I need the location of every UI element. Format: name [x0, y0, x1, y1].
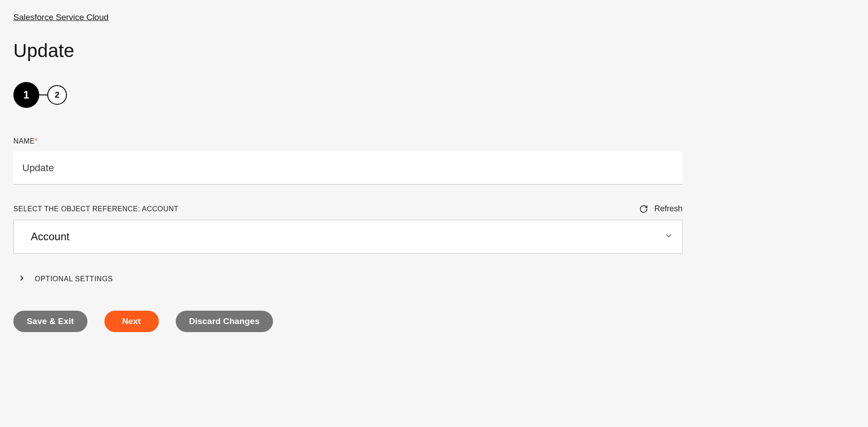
chevron-right-icon [18, 274, 26, 284]
step-connector [39, 94, 47, 95]
next-button[interactable]: Next [104, 311, 159, 332]
refresh-label: Refresh [654, 204, 682, 214]
page-title: Update [13, 40, 682, 62]
name-input[interactable] [13, 152, 682, 185]
field-name-label-row: NAME* [13, 137, 682, 145]
field-name-label: NAME* [13, 137, 37, 145]
discard-changes-button[interactable]: Discard Changes [176, 311, 273, 332]
refresh-icon [639, 205, 648, 214]
field-object-ref: SELECT THE OBJECT REFERENCE: ACCOUNT Ref… [13, 204, 682, 254]
object-ref-select-wrap: Account [13, 220, 682, 254]
save-exit-button[interactable]: Save & Exit [13, 311, 87, 332]
object-ref-select[interactable]: Account [13, 220, 682, 254]
refresh-button[interactable]: Refresh [639, 204, 682, 214]
field-object-ref-label-row: SELECT THE OBJECT REFERENCE: ACCOUNT Ref… [13, 204, 682, 214]
breadcrumb-link[interactable]: Salesforce Service Cloud [13, 12, 108, 22]
field-name-label-text: NAME [13, 137, 35, 145]
step-1[interactable]: 1 [13, 82, 39, 108]
step-2[interactable]: 2 [47, 85, 67, 105]
optional-settings-toggle[interactable]: OPTIONAL SETTINGS [13, 274, 682, 284]
page-container: Salesforce Service Cloud Update 1 2 NAME… [0, 0, 696, 345]
chevron-down-icon [664, 231, 673, 242]
breadcrumb: Salesforce Service Cloud [13, 12, 682, 22]
field-name: NAME* [13, 137, 682, 185]
button-row: Save & Exit Next Discard Changes [13, 311, 682, 332]
object-ref-selected-value: Account [31, 230, 70, 243]
field-object-ref-label: SELECT THE OBJECT REFERENCE: ACCOUNT [13, 205, 178, 213]
optional-settings-label: OPTIONAL SETTINGS [35, 275, 113, 283]
required-marker: * [35, 137, 38, 145]
stepper: 1 2 [13, 82, 682, 108]
